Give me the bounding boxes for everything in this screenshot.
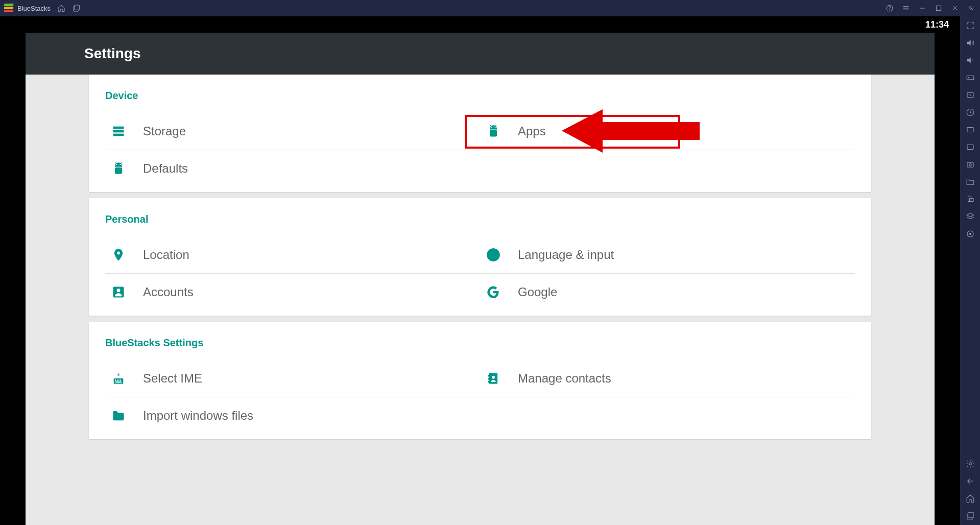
accounts-icon (111, 285, 126, 299)
sync-icon[interactable] (965, 107, 975, 117)
svg-rect-37 (488, 375, 489, 377)
side-toolbar (960, 16, 980, 525)
svg-rect-15 (490, 130, 497, 137)
ime-item[interactable]: Select IME (105, 360, 480, 397)
storage-item[interactable]: Storage (105, 113, 480, 150)
apps-label: Apps (518, 124, 546, 138)
screenshot-icon[interactable] (965, 159, 975, 170)
status-time: 11:34 (925, 19, 949, 30)
bluestacks-section: BlueStacks Settings Select IME (89, 322, 871, 439)
import-item[interactable]: Import windows files (105, 397, 480, 434)
svg-rect-46 (967, 162, 973, 167)
device-section: Device Storage Apps (89, 75, 871, 192)
google-item[interactable]: Google (480, 274, 855, 311)
empty-cell (480, 150, 855, 187)
svg-rect-11 (113, 130, 124, 133)
svg-line-22 (115, 162, 116, 163)
windows-icon[interactable] (72, 4, 81, 13)
globe-icon (486, 248, 500, 262)
location-item[interactable]: Location (105, 236, 480, 274)
page-title: Settings (84, 45, 140, 62)
storage-label: Storage (143, 124, 186, 138)
settings-gear-icon[interactable] (965, 459, 975, 469)
android-viewport: 11:34 Settings Device Storage (0, 16, 960, 525)
defaults-label: Defaults (143, 161, 188, 176)
section-title-bluestacks: BlueStacks Settings (105, 337, 855, 349)
fullscreen-icon[interactable] (965, 20, 975, 31)
menu-icon[interactable] (901, 4, 911, 13)
apps-icon (486, 124, 500, 138)
svg-rect-38 (488, 378, 489, 380)
folder-icon[interactable] (965, 177, 975, 187)
settings-body: Device Storage Apps (26, 75, 935, 525)
svg-rect-32 (117, 379, 118, 380)
svg-point-51 (969, 233, 971, 235)
volume-up-icon[interactable] (965, 38, 975, 48)
back-icon[interactable] (965, 476, 975, 486)
layers-icon[interactable] (965, 211, 975, 222)
location-icon[interactable] (965, 229, 975, 239)
close-icon[interactable] (950, 4, 960, 13)
svg-rect-33 (119, 379, 121, 380)
defaults-icon (111, 161, 126, 176)
section-title-device: Device (105, 90, 855, 102)
empty-cell (480, 397, 855, 434)
svg-rect-31 (115, 379, 116, 380)
ime-label: Select IME (143, 371, 202, 386)
svg-rect-40 (967, 76, 974, 80)
accounts-item[interactable]: Accounts (105, 274, 480, 311)
titlebar-left: BlueStacks (4, 4, 81, 13)
settings-header: Settings (26, 33, 935, 75)
google-label: Google (518, 285, 557, 299)
svg-point-36 (492, 376, 495, 379)
language-item[interactable]: Language & input (480, 236, 855, 274)
svg-point-29 (117, 289, 121, 292)
keyboard-icon[interactable] (965, 73, 975, 83)
recent-apps-icon[interactable] (965, 511, 975, 521)
contacts-item[interactable]: Manage contacts (480, 360, 855, 397)
android-status-bar: 11:34 (0, 16, 960, 33)
install-apk-icon[interactable] (965, 125, 975, 135)
svg-rect-7 (936, 6, 941, 10)
language-label: Language & input (518, 248, 614, 262)
svg-line-16 (490, 125, 491, 126)
svg-rect-34 (115, 381, 122, 383)
svg-rect-53 (968, 512, 973, 518)
settings-window: Settings Device Storage (26, 33, 935, 525)
app-name: BlueStacks (17, 5, 51, 12)
svg-rect-44 (967, 128, 973, 132)
apk-icon[interactable] (965, 142, 975, 152)
folder-icon (111, 409, 126, 423)
accounts-label: Accounts (143, 285, 194, 299)
apps-item[interactable]: Apps (480, 113, 855, 150)
lock-cursor-icon[interactable] (965, 90, 975, 100)
svg-rect-49 (969, 199, 973, 202)
svg-point-52 (969, 463, 971, 465)
volume-down-icon[interactable] (965, 55, 975, 65)
section-title-personal: Personal (105, 213, 855, 225)
svg-line-23 (121, 162, 122, 163)
svg-rect-21 (115, 168, 122, 174)
home-icon[interactable] (57, 4, 66, 13)
defaults-item[interactable]: Defaults (105, 150, 480, 187)
google-icon (486, 285, 500, 299)
minimize-icon[interactable] (918, 4, 927, 13)
collapse-right-icon[interactable] (967, 4, 976, 13)
svg-point-24 (117, 252, 120, 255)
maximize-icon[interactable] (934, 4, 943, 13)
android-home-icon[interactable] (965, 493, 975, 504)
svg-line-17 (495, 125, 496, 126)
app-logo-block: BlueStacks (4, 4, 51, 13)
arrow-annotation (562, 107, 705, 155)
import-label: Import windows files (143, 409, 253, 423)
svg-rect-10 (113, 127, 124, 129)
contacts-icon (486, 371, 500, 386)
svg-point-47 (969, 164, 971, 166)
location-label: Location (143, 248, 189, 262)
rotate-icon[interactable] (965, 194, 975, 204)
svg-rect-39 (488, 381, 489, 383)
storage-icon (111, 124, 126, 138)
svg-rect-0 (75, 5, 79, 10)
location-icon (111, 248, 126, 262)
help-icon[interactable] (885, 4, 894, 13)
